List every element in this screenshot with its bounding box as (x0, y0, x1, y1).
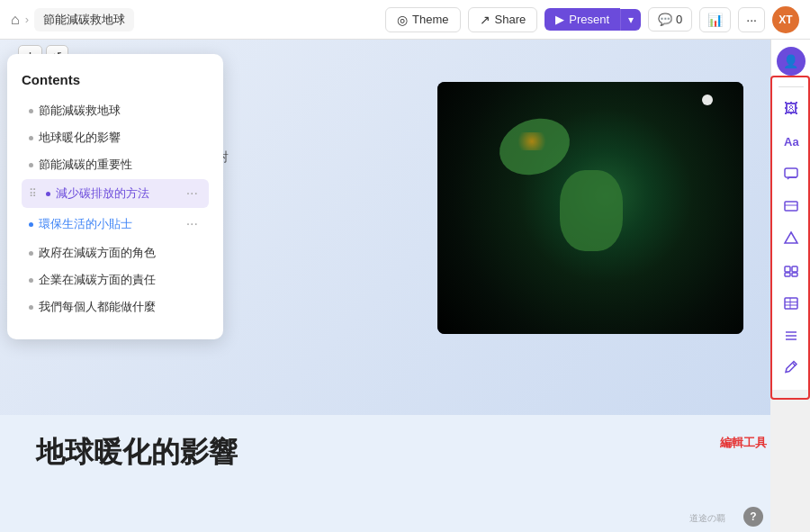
toc-item-left-8: 我們每個人都能做什麼 (29, 299, 156, 315)
toc-panel: Contents 節能減碳救地球 地球暖化的影響 節能減碳的重要性 ⠿ 減少碳 (7, 54, 223, 339)
toc-dot-8 (29, 305, 33, 310)
toc-item-7[interactable]: 企業在減碳方面的責任 (22, 267, 209, 293)
present-button[interactable]: ▶ Present (544, 8, 620, 31)
toc-label-8: 我們每個人都能做什麼 (39, 299, 156, 315)
help-button[interactable]: ? (743, 507, 763, 527)
more-button[interactable]: ··· (738, 7, 765, 32)
toc-dot-5 (29, 222, 33, 227)
topbar: ⌂ › 節能減碳救地球 ◎ Theme ↗ Share ▶ Present ▾ … (0, 0, 810, 40)
tool-list-icon[interactable] (777, 321, 806, 350)
toc-item-2[interactable]: 地球暖化的影響 (22, 125, 209, 150)
toc-item-left-7: 企業在減碳方面的責任 (29, 272, 156, 288)
tool-image-icon[interactable]: 🖼 (777, 95, 806, 123)
tool-layout-icon[interactable] (777, 192, 806, 221)
right-tools-wrapper: 👤 🖼 Aa (770, 40, 810, 532)
theme-button[interactable]: ◎ Theme (385, 7, 460, 32)
toc-label-7: 企業在減碳方面的責任 (39, 272, 156, 288)
right-tools-panel: 👤 🖼 Aa (770, 40, 810, 390)
theme-icon: ◎ (397, 13, 408, 27)
toc-item-8[interactable]: 我們每個人都能做什麼 (22, 294, 209, 320)
toc-item-left-2: 地球暖化的影響 (29, 130, 121, 146)
earth-glow (702, 95, 713, 105)
toc-label-3: 節能減碳的重要性 (39, 157, 132, 173)
svg-rect-2 (785, 202, 797, 211)
editor-tools-label: 編輯工具 (720, 435, 767, 451)
toc-label-1: 節能減碳救地球 (39, 103, 121, 119)
toc-more-5[interactable]: ··· (183, 214, 202, 234)
watermark: 道途の覇 (689, 512, 725, 525)
toc-dot-6 (29, 251, 33, 256)
share-icon: ↗ (480, 13, 490, 27)
toc-item-left-4: ⠿ 減少碳排放的方法 (29, 185, 149, 202)
toc-dot-2 (29, 136, 33, 140)
toc-dot-1 (29, 109, 33, 113)
toc-item-6[interactable]: 政府在減碳方面的角色 (22, 240, 209, 266)
tool-shapes-icon[interactable] (777, 224, 806, 253)
toc-item-1[interactable]: 節能減碳救地球 (22, 98, 209, 123)
earth-background (437, 82, 743, 334)
slide-earth-image (437, 82, 743, 334)
svg-rect-7 (785, 273, 790, 276)
present-group: ▶ Present ▾ (544, 8, 641, 31)
toc-item-5[interactable]: 環保生活的小貼士 ··· (22, 210, 209, 239)
user-avatar[interactable]: XT (772, 6, 799, 33)
svg-rect-6 (792, 266, 797, 272)
tool-divider-1 (778, 86, 804, 87)
tool-text-icon[interactable]: Aa (777, 127, 806, 156)
toc-dot-4 (46, 192, 50, 196)
toc-item-left-5: 環保生活的小貼士 (29, 216, 132, 232)
tool-table-icon[interactable] (777, 289, 806, 318)
svg-rect-5 (785, 266, 790, 272)
breadcrumb-title[interactable]: 節能減碳救地球 (34, 8, 134, 32)
svg-rect-1 (785, 168, 797, 177)
topbar-left: ⌂ › 節能減碳救地球 (11, 8, 378, 32)
toc-label-5: 環保生活的小貼士 (39, 216, 132, 232)
present-dropdown-button[interactable]: ▾ (620, 9, 641, 31)
toc-item-left-3: 節能減碳的重要性 (29, 157, 132, 173)
chart-button[interactable]: 📊 (699, 7, 731, 32)
svg-marker-4 (785, 232, 797, 243)
slide2-heading: 地球暖化的影響 (36, 433, 734, 473)
share-button[interactable]: ↗ Share (468, 7, 538, 32)
tool-comment-icon[interactable] (777, 159, 806, 188)
svg-rect-8 (792, 273, 797, 276)
toc-more-4[interactable]: ··· (183, 184, 202, 203)
toc-item-3[interactable]: 節能減碳的重要性 (22, 152, 209, 177)
tool-avatar[interactable]: 👤 (777, 47, 806, 76)
tool-edit-icon[interactable] (777, 354, 806, 383)
comment-icon: 💬 (658, 13, 672, 26)
toc-dot-7 (29, 278, 33, 283)
toc-dot-3 (29, 163, 33, 167)
toc-label-4: 減少碳排放的方法 (56, 185, 149, 202)
breadcrumb-separator: › (25, 13, 29, 26)
toc-item-left-1: 節能減碳救地球 (29, 103, 121, 119)
toc-label-2: 地球暖化的影響 (39, 130, 121, 146)
topbar-right: ◎ Theme ↗ Share ▶ Present ▾ 💬 0 📊 ··· XT (385, 6, 799, 33)
earth-city-lights (514, 132, 550, 150)
earth-continent-south (560, 170, 623, 251)
toc-item-4[interactable]: ⠿ 減少碳排放的方法 ··· (22, 179, 209, 208)
home-icon[interactable]: ⌂ (11, 12, 20, 28)
toc-item-left-6: 政府在減碳方面的角色 (29, 245, 156, 261)
main-area: ⋮ ↺ 減碳救地球 著我們的生活，採取節能減碳措施對 e。 ago (0, 40, 810, 532)
slide2-area: 地球暖化的影響 (0, 415, 770, 532)
toc-label-6: 政府在減碳方面的角色 (39, 245, 156, 261)
comment-button[interactable]: 💬 0 (648, 7, 692, 32)
toc-drag-icon: ⠿ (29, 187, 37, 200)
tool-gallery-icon[interactable] (777, 257, 806, 285)
svg-text:Aa: Aa (784, 135, 799, 149)
play-icon: ▶ (555, 13, 564, 26)
svg-rect-9 (785, 298, 797, 309)
toc-title: Contents (22, 72, 209, 87)
